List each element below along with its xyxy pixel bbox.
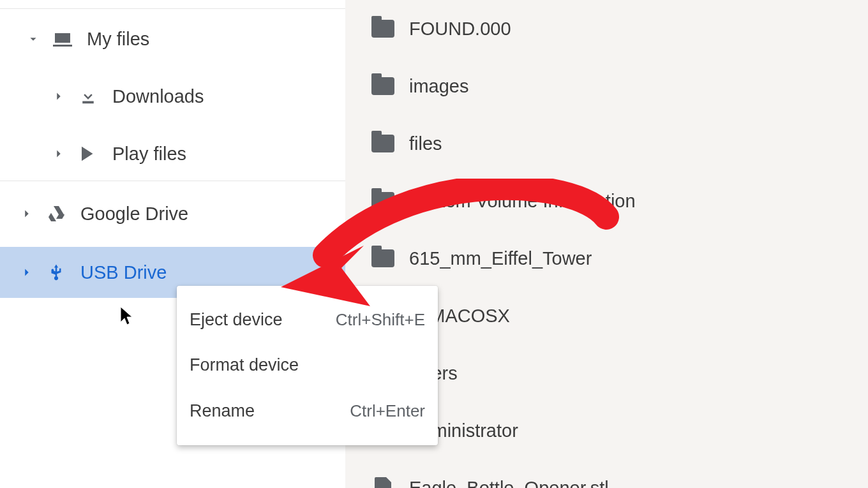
tree-item-google-drive[interactable]: Google Drive: [0, 185, 345, 242]
chevron-right-icon: [49, 86, 69, 107]
file-icon: [371, 476, 395, 488]
tree-item-label: Google Drive: [80, 203, 188, 225]
list-item-label: images: [409, 76, 469, 97]
tree-item-label: USB Drive: [80, 262, 167, 283]
sidebar-divider-top: [0, 0, 345, 9]
menu-item-format-device[interactable]: Format device: [177, 343, 438, 388]
tree-item-downloads[interactable]: Downloads: [0, 68, 345, 125]
chevron-right-icon: [17, 203, 37, 224]
tree-item-play-files[interactable]: Play files: [0, 125, 345, 182]
menu-item-label: Format device: [190, 355, 299, 375]
chevron-right-icon: [17, 262, 37, 283]
folder-icon: [371, 74, 395, 98]
list-item[interactable]: images: [345, 57, 868, 115]
list-item[interactable]: FOUND.000: [345, 0, 868, 57]
tree-item-label: Downloads: [112, 86, 204, 107]
menu-item-eject-device[interactable]: Eject device Ctrl+Shift+E: [177, 297, 438, 343]
list-item[interactable]: System Volume Information: [345, 172, 868, 230]
laptop-icon: [51, 27, 74, 50]
list-item-label: 615_mm_Eiffel_Tower: [409, 248, 592, 269]
list-item-label: Eagle_Bottle_Opener.stl: [409, 478, 609, 489]
folder-icon: [371, 131, 395, 156]
google-drive-icon: [45, 202, 68, 225]
menu-item-shortcut: Ctrl+Shift+E: [336, 310, 425, 330]
context-menu: Eject device Ctrl+Shift+E Format device …: [177, 286, 438, 445]
play-store-icon: [77, 142, 100, 165]
folder-icon: [371, 246, 395, 270]
list-item-label: FOUND.000: [409, 18, 511, 40]
chevron-down-icon: [23, 29, 43, 49]
list-item-label: files: [409, 133, 442, 154]
menu-item-label: Rename: [190, 401, 255, 421]
chevron-right-icon: [49, 144, 69, 164]
list-item-label: System Volume Information: [409, 191, 636, 212]
menu-item-rename[interactable]: Rename Ctrl+Enter: [177, 388, 438, 434]
menu-item-shortcut: Ctrl+Enter: [350, 401, 425, 421]
tree-item-label: My files: [87, 29, 149, 50]
menu-item-label: Eject device: [190, 310, 283, 330]
download-icon: [77, 85, 100, 108]
sidebar-divider: [0, 181, 345, 181]
folder-icon: [371, 17, 395, 41]
folder-icon: [371, 189, 395, 213]
list-item[interactable]: 615_mm_Eiffel_Tower: [345, 230, 868, 287]
list-item[interactable]: files: [345, 115, 868, 172]
tree-item-label: Play files: [112, 144, 186, 165]
usb-icon: [45, 261, 68, 284]
list-item[interactable]: Eagle_Bottle_Opener.stl: [345, 459, 868, 488]
tree-item-my-files[interactable]: My files: [0, 10, 345, 68]
